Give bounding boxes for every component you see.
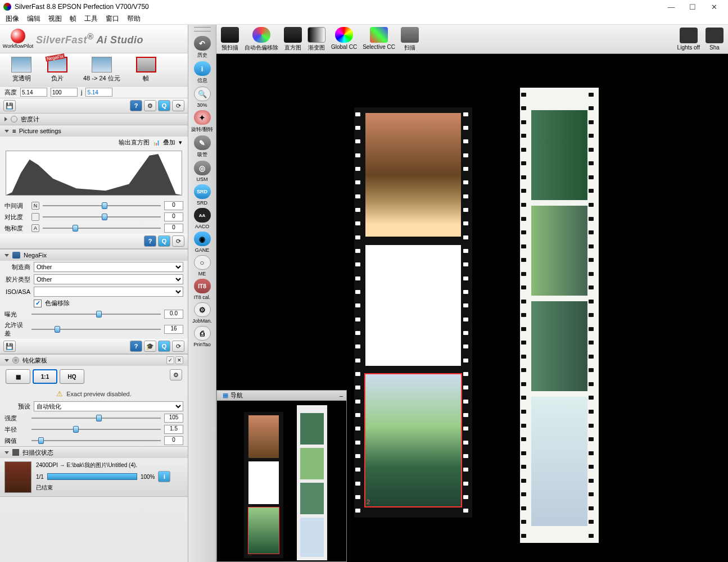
vtool-pipette[interactable]: ✎ 吸管 <box>191 134 214 160</box>
slider-value[interactable]: 16 <box>164 325 183 334</box>
vtool-gane[interactable]: ◉ GANE <box>191 230 214 254</box>
vtool-it8[interactable]: IT8 IT8 cal. <box>191 278 214 301</box>
progress-pct: 100% <box>141 474 155 480</box>
slider-track[interactable] <box>43 201 161 210</box>
histogram-mode[interactable]: 叠加 <box>163 138 175 147</box>
dropdown-icon[interactable]: ▾ <box>179 139 182 146</box>
menu-tools[interactable]: 工具 <box>84 14 98 24</box>
menu-view[interactable]: 视图 <box>48 14 62 24</box>
preset-select[interactable]: 自动锐化 <box>34 401 183 411</box>
usm-1to1-button[interactable]: 1:1 <box>33 369 57 384</box>
mode-frame[interactable]: 帧 <box>136 57 156 83</box>
grip-icon[interactable] <box>194 27 211 31</box>
film-frame[interactable] <box>531 301 587 391</box>
toptool-scan[interactable]: 扫描 <box>401 27 419 52</box>
save-icon[interactable]: 💾 <box>3 341 16 352</box>
width-input[interactable] <box>51 88 78 97</box>
slider-track[interactable] <box>43 212 161 221</box>
slider-row: 允许误差 16 <box>0 320 188 339</box>
refresh-icon[interactable]: ⟳ <box>172 235 184 247</box>
film-frame[interactable] <box>531 206 587 296</box>
vtool-jobman[interactable]: ⚙ JobMan. <box>191 301 214 325</box>
vtool-info[interactable]: i 信息 <box>191 60 214 85</box>
info-icon[interactable]: i <box>158 471 170 482</box>
slider-track[interactable] <box>31 310 161 319</box>
colorcast-checkbox[interactable]: ✓ <box>34 300 42 307</box>
help-icon[interactable]: ? <box>144 235 156 247</box>
navigator-panel[interactable]: ▦ 导航 – <box>216 390 347 562</box>
quicktime-icon[interactable]: Q <box>158 235 170 247</box>
menu-image[interactable]: 图像 <box>6 14 19 24</box>
quicktime-icon[interactable]: Q <box>158 341 170 352</box>
vtool-rotate[interactable]: ✦ 旋转/翻转 <box>191 109 214 134</box>
close-button[interactable]: ✕ <box>703 1 725 12</box>
mode-bitdepth[interactable]: 48 -> 24 位元 <box>83 57 120 83</box>
film-strip-2[interactable] <box>520 88 599 543</box>
usm-preview-button[interactable]: ▦ <box>6 369 30 384</box>
slider-track[interactable] <box>31 325 161 334</box>
toptool-lights[interactable]: Lights off <box>677 28 700 51</box>
refresh-icon[interactable]: ⟳ <box>172 341 184 352</box>
help-icon[interactable]: ? <box>130 100 142 111</box>
vtool-zoom[interactable]: 🔍 30% <box>191 85 214 109</box>
slider-track[interactable] <box>31 425 161 434</box>
toptool-gradient[interactable]: 渐变图 <box>308 27 325 52</box>
vtool-usm[interactable]: ◎ USM <box>191 160 214 183</box>
slider-value[interactable]: 1.5 <box>164 425 183 434</box>
film-frame[interactable] <box>365 245 461 366</box>
negafix-select[interactable] <box>34 287 183 297</box>
toptool-histogram[interactable]: 直方图 <box>284 27 302 52</box>
slider-value[interactable]: 0 <box>164 224 183 233</box>
workflowpilot-button[interactable]: WorkflowPilot <box>6 28 30 49</box>
prescan-icon <box>221 27 239 43</box>
slider-track[interactable] <box>31 414 161 423</box>
vtool-history[interactable]: ↶ 历史 <box>191 35 214 60</box>
height-input[interactable] <box>20 88 47 97</box>
save-icon[interactable]: 💾 <box>3 100 16 111</box>
mode-transparency[interactable]: 宽透明 <box>11 57 31 83</box>
slider-value[interactable]: 105 <box>164 414 183 423</box>
usm-hq-button[interactable]: HQ <box>60 369 84 384</box>
menu-edit[interactable]: 编辑 <box>27 14 40 24</box>
scan-icon <box>401 27 419 43</box>
menu-frame[interactable]: 帧 <box>70 14 76 24</box>
slider-track[interactable] <box>43 224 161 233</box>
slider-value[interactable]: 0 <box>164 212 183 221</box>
toptool-share[interactable]: Sha <box>706 28 724 51</box>
j-input[interactable] <box>85 88 112 97</box>
gear-icon[interactable]: ⚙ <box>170 369 182 380</box>
film-frame[interactable] <box>531 110 587 200</box>
minimize-button[interactable]: — <box>661 1 682 12</box>
gear-icon[interactable]: ⚙ <box>144 100 156 111</box>
menu-window[interactable]: 窗口 <box>106 14 119 24</box>
nav-close-icon[interactable]: – <box>340 392 343 399</box>
vtool-aaco[interactable]: AA AACO <box>191 207 214 230</box>
slider-value[interactable]: 0 <box>164 436 183 445</box>
quicktime-icon[interactable]: Q <box>158 100 170 111</box>
film-frame-selected[interactable]: 2 <box>365 374 461 506</box>
nav-view[interactable] <box>217 401 346 561</box>
vtool-srd[interactable]: SRD SRD <box>191 183 214 207</box>
mode-negative[interactable]: NegaFix负片 <box>47 57 67 83</box>
toptool-globalcc[interactable]: Global CC <box>331 27 357 52</box>
film-frame[interactable] <box>531 397 587 526</box>
slider-value[interactable]: 0.0 <box>164 310 183 319</box>
maximize-button[interactable]: ☐ <box>682 1 703 12</box>
menu-help[interactable]: 帮助 <box>127 14 141 24</box>
vtool-me[interactable]: ○ ME <box>191 254 214 278</box>
refresh-icon[interactable]: ⟳ <box>172 100 184 111</box>
negafix-select[interactable]: Other <box>34 274 183 284</box>
toptool-prescan[interactable]: 预扫描 <box>221 27 239 52</box>
close-icon[interactable]: ✕ <box>175 356 183 364</box>
slider-track[interactable] <box>31 436 161 445</box>
graduate-icon[interactable]: 🎓 <box>144 341 156 352</box>
check-icon[interactable]: ✓ <box>166 356 174 364</box>
film-frame[interactable] <box>365 113 461 237</box>
help-icon[interactable]: ? <box>130 341 142 352</box>
toptool-autocc[interactable]: 自动色偏移除 <box>245 27 278 52</box>
vtool-printao[interactable]: ⎙ PrinTao <box>191 325 214 348</box>
film-strip-1[interactable]: 2 <box>354 107 472 518</box>
slider-value[interactable]: 0 <box>164 201 183 210</box>
toptool-selcc[interactable]: Selective CC <box>363 27 395 52</box>
negafix-select[interactable]: Other <box>34 262 183 272</box>
